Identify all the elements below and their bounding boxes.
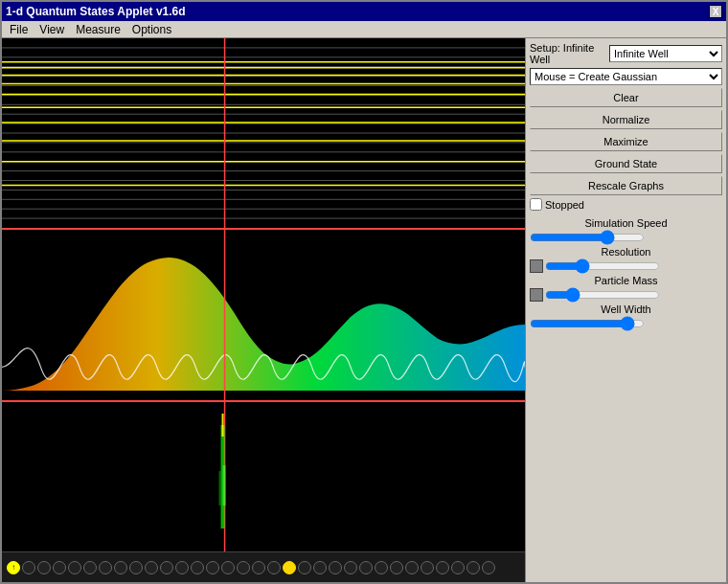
- particle-dot[interactable]: [451, 561, 465, 574]
- particle-dot[interactable]: [114, 561, 127, 574]
- particle-dot[interactable]: [466, 561, 480, 574]
- maximize-button[interactable]: Maximize: [530, 132, 722, 151]
- particle-dot[interactable]: [237, 561, 250, 574]
- particle-dot[interactable]: [37, 561, 51, 574]
- menu-bar: File View Measure Options: [2, 21, 726, 38]
- probability-panel[interactable]: [2, 402, 525, 551]
- particle-dot[interactable]: ↑: [7, 561, 20, 574]
- particle-dot[interactable]: [53, 561, 66, 574]
- rescale-graphs-button[interactable]: Rescale Graphs: [530, 176, 722, 195]
- particle-mass-row: [530, 288, 722, 302]
- sliders-section: Simulation Speed Resolution Particle Mas…: [530, 217, 722, 330]
- particle-dot[interactable]: [436, 561, 449, 574]
- well-width-label: Well Width: [530, 303, 722, 315]
- particle-dot[interactable]: [421, 561, 434, 574]
- mouse-mode-dropdown[interactable]: Mouse = Create Gaussian Mouse = Move Gau…: [530, 68, 722, 85]
- particle-mass-slider[interactable]: [545, 288, 660, 302]
- particle-dot[interactable]: [267, 561, 281, 574]
- particle-dot[interactable]: [191, 561, 204, 574]
- particle-dot[interactable]: [390, 561, 403, 574]
- setup-label: Setup: Infinite Well: [530, 42, 607, 65]
- sim-speed-slider[interactable]: [530, 231, 645, 244]
- normalize-button[interactable]: Normalize: [530, 110, 722, 129]
- stopped-checkbox[interactable]: [530, 198, 542, 211]
- resolution-thumb: [530, 259, 543, 273]
- particle-dot[interactable]: [283, 561, 296, 574]
- title-bar: 1-d Quantum States Applet v1.6d X: [2, 2, 726, 21]
- svg-rect-33: [222, 414, 224, 437]
- particle-dot[interactable]: [221, 561, 235, 574]
- particle-dot[interactable]: [329, 561, 342, 574]
- setup-row: Setup: Infinite Well Infinite Well Finit…: [530, 42, 722, 65]
- main-content: ↑ Setup: Infinite Well Infinite Well Fin…: [2, 38, 726, 582]
- title-text: 1-d Quantum States Applet v1.6d: [6, 5, 186, 18]
- menu-measure[interactable]: Measure: [74, 23, 123, 36]
- resolution-row: [530, 259, 722, 273]
- well-width-row: [530, 317, 722, 330]
- particles-container: ↑: [6, 552, 496, 582]
- particle-mass-label: Particle Mass: [530, 275, 722, 286]
- particle-dot[interactable]: [175, 561, 189, 574]
- sidebar: Setup: Infinite Well Infinite Well Finit…: [525, 38, 726, 582]
- well-width-slider[interactable]: [530, 317, 645, 330]
- stopped-row: Stopped: [530, 198, 722, 211]
- ground-state-button[interactable]: Ground State: [530, 154, 722, 173]
- particle-dot[interactable]: [129, 561, 143, 574]
- bottom-particles-bar: ↑: [2, 551, 525, 582]
- energy-levels-svg: [2, 38, 525, 228]
- menu-view[interactable]: View: [37, 23, 66, 36]
- sim-speed-row: [530, 231, 722, 244]
- close-button[interactable]: X: [709, 5, 722, 18]
- particle-dot[interactable]: [99, 561, 112, 574]
- app-window: 1-d Quantum States Applet v1.6d X File V…: [0, 0, 728, 584]
- setup-dropdown[interactable]: Infinite Well Finite Well Harmonic Oscil…: [609, 45, 722, 62]
- svg-rect-34: [218, 471, 220, 505]
- particle-dot[interactable]: [298, 561, 311, 574]
- sim-speed-label: Simulation Speed: [530, 217, 722, 229]
- particle-dot[interactable]: [145, 561, 158, 574]
- particle-dot[interactable]: [83, 561, 97, 574]
- stopped-label: Stopped: [545, 199, 584, 211]
- particle-mass-thumb: [530, 288, 543, 302]
- particle-dot[interactable]: [252, 561, 265, 574]
- wavefunction-svg: [2, 230, 525, 400]
- canvas-area: ↑: [2, 38, 525, 582]
- particle-dot[interactable]: [206, 561, 219, 574]
- particle-dot[interactable]: [68, 561, 81, 574]
- resolution-slider[interactable]: [545, 259, 660, 273]
- particle-dot[interactable]: [313, 561, 327, 574]
- wavefunction-panel[interactable]: [2, 230, 525, 402]
- menu-options[interactable]: Options: [130, 23, 173, 36]
- particle-dot[interactable]: [344, 561, 357, 574]
- particle-dot[interactable]: [375, 561, 388, 574]
- particle-dot[interactable]: [22, 561, 35, 574]
- svg-rect-35: [223, 465, 226, 505]
- clear-button[interactable]: Clear: [530, 88, 722, 107]
- particle-dot[interactable]: [359, 561, 373, 574]
- resolution-label: Resolution: [530, 246, 722, 258]
- menu-file[interactable]: File: [8, 23, 30, 36]
- particle-dot[interactable]: [405, 561, 419, 574]
- particle-dot[interactable]: [160, 561, 173, 574]
- particle-dot[interactable]: [482, 561, 495, 574]
- probability-svg: [2, 402, 525, 551]
- energy-levels-panel[interactable]: [2, 38, 525, 230]
